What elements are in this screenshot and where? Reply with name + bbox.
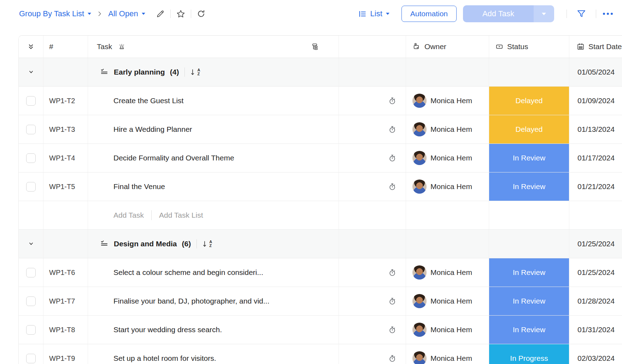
owner-avatar[interactable] bbox=[412, 122, 427, 136]
task-id[interactable]: WP1-T9 bbox=[43, 344, 88, 364]
task-list-icon[interactable] bbox=[100, 67, 109, 77]
task-id[interactable]: WP1-T6 bbox=[43, 258, 88, 287]
status-badge[interactable]: In Review bbox=[489, 316, 569, 344]
start-date: 01/09/2024 bbox=[569, 87, 622, 115]
owner-avatar[interactable] bbox=[412, 294, 427, 308]
owner-name[interactable]: Monica Hem bbox=[430, 96, 472, 105]
group-title[interactable]: Design and Media bbox=[114, 240, 177, 248]
owner-name[interactable]: Monica Hem bbox=[430, 182, 472, 191]
add-task-split-button: Add Task bbox=[463, 5, 554, 22]
task-checkbox[interactable] bbox=[26, 354, 36, 363]
task-id[interactable]: WP1-T7 bbox=[43, 287, 88, 315]
task-id[interactable]: WP1-T2 bbox=[43, 87, 88, 115]
task-list-icon[interactable] bbox=[100, 239, 109, 248]
owner-avatar[interactable] bbox=[412, 94, 427, 108]
task-checkbox[interactable] bbox=[26, 182, 36, 192]
task-checkbox[interactable] bbox=[26, 325, 36, 335]
log-timer-icon[interactable] bbox=[388, 182, 397, 191]
divider bbox=[196, 239, 197, 248]
group-collapse-cell[interactable] bbox=[19, 58, 43, 86]
reminder-alarm-icon[interactable] bbox=[118, 43, 126, 51]
owner-avatar[interactable] bbox=[412, 323, 427, 337]
log-timer-icon[interactable] bbox=[388, 96, 397, 105]
owner-name[interactable]: Monica Hem bbox=[430, 125, 472, 134]
status-badge[interactable]: Delayed bbox=[489, 87, 569, 115]
status-badge[interactable]: Delayed bbox=[489, 115, 569, 143]
owner-name[interactable]: Monica Hem bbox=[430, 354, 472, 363]
sort-az-icon[interactable]: AZ bbox=[190, 68, 200, 76]
task-id[interactable]: WP1-T5 bbox=[43, 172, 88, 201]
start-date: 01/31/2024 bbox=[569, 316, 622, 344]
column-header-start-date[interactable]: Start Date bbox=[569, 36, 622, 58]
task-title[interactable]: Create the Guest List bbox=[113, 96, 183, 105]
favorite-star-icon[interactable] bbox=[176, 9, 186, 19]
task-header-label: Task bbox=[97, 42, 112, 51]
task-title[interactable]: Start your wedding dress search. bbox=[113, 325, 222, 334]
chevron-down-icon bbox=[27, 68, 35, 76]
owner-avatar[interactable] bbox=[412, 351, 427, 364]
add-task-row: Add Task Add Task List bbox=[19, 201, 622, 230]
view-mode-dropdown[interactable]: List bbox=[358, 9, 389, 18]
status-badge[interactable]: In Review bbox=[489, 258, 569, 287]
log-timer-icon[interactable] bbox=[388, 153, 397, 163]
owner-name[interactable]: Monica Hem bbox=[430, 297, 472, 305]
more-options-icon[interactable] bbox=[603, 13, 613, 15]
group-by-dropdown[interactable]: Group By Task List bbox=[19, 9, 91, 18]
status-badge[interactable]: In Review bbox=[489, 172, 569, 201]
log-timer-icon[interactable] bbox=[388, 297, 397, 306]
owner-icon bbox=[412, 42, 421, 51]
collapse-all-cell[interactable] bbox=[19, 36, 43, 58]
task-checkbox[interactable] bbox=[26, 96, 36, 106]
add-task-list-link[interactable]: Add Task List bbox=[159, 211, 203, 219]
task-id[interactable]: WP1-T8 bbox=[43, 316, 88, 344]
owner-name[interactable]: Monica Hem bbox=[430, 154, 472, 162]
divider bbox=[151, 210, 152, 220]
task-title[interactable]: Decide Formality and Overall Theme bbox=[113, 154, 234, 162]
log-timer-icon[interactable] bbox=[388, 354, 397, 363]
log-timer-icon[interactable] bbox=[388, 125, 397, 134]
column-header-status[interactable]: Status bbox=[489, 36, 569, 58]
task-id[interactable]: WP1-T4 bbox=[43, 144, 88, 172]
task-title[interactable]: Select a colour scheme and begin conside… bbox=[113, 268, 263, 277]
task-title[interactable]: Final the Venue bbox=[113, 182, 165, 191]
task-row: WP1-T2 Create the Guest List Monica Hem … bbox=[19, 87, 622, 115]
column-header-owner[interactable]: Owner bbox=[406, 36, 489, 58]
owner-avatar[interactable] bbox=[412, 265, 427, 280]
owner-name[interactable]: Monica Hem bbox=[430, 268, 472, 277]
start-date: 01/25/2024 bbox=[569, 258, 622, 287]
column-header-task[interactable]: Task bbox=[88, 36, 339, 58]
task-id[interactable]: WP1-T3 bbox=[43, 115, 88, 143]
group-collapse-cell[interactable] bbox=[19, 230, 43, 258]
add-task-link[interactable]: Add Task bbox=[113, 211, 144, 219]
filter-icon[interactable] bbox=[576, 9, 586, 19]
view-filter-dropdown[interactable]: All Open bbox=[108, 9, 145, 18]
sort-az-icon[interactable]: AZ bbox=[203, 240, 212, 248]
task-title[interactable]: Set up a hotel room for visitors. bbox=[113, 354, 216, 363]
task-checkbox[interactable] bbox=[26, 125, 36, 134]
log-timer-icon[interactable] bbox=[388, 268, 397, 277]
task-title[interactable]: Hire a Wedding Planner bbox=[113, 125, 192, 134]
add-task-dropdown[interactable] bbox=[534, 5, 554, 22]
status-badge[interactable]: In Review bbox=[489, 144, 569, 172]
log-timer-icon[interactable] bbox=[388, 325, 397, 334]
status-badge[interactable]: In Progress bbox=[489, 344, 569, 364]
edit-icon[interactable] bbox=[156, 9, 165, 18]
status-icon bbox=[495, 42, 504, 51]
status-badge[interactable]: In Review bbox=[489, 287, 569, 315]
add-task-button[interactable]: Add Task bbox=[463, 5, 534, 22]
group-title[interactable]: Early planning bbox=[114, 68, 165, 76]
owner-name[interactable]: Monica Hem bbox=[430, 325, 472, 334]
start-date: 01/21/2024 bbox=[569, 172, 622, 201]
subtask-hierarchy-icon[interactable] bbox=[310, 42, 319, 51]
owner-avatar[interactable] bbox=[412, 151, 427, 165]
chevron-down-icon bbox=[386, 13, 389, 15]
task-checkbox[interactable] bbox=[26, 153, 36, 163]
task-checkbox[interactable] bbox=[26, 268, 36, 277]
automation-button[interactable]: Automation bbox=[401, 6, 457, 22]
task-row: WP1-T8 Start your wedding dress search. … bbox=[19, 316, 622, 344]
task-title[interactable]: Finalise your band, DJ, photographer, an… bbox=[113, 297, 269, 305]
owner-avatar[interactable] bbox=[412, 180, 427, 194]
refresh-icon[interactable] bbox=[196, 9, 206, 18]
task-checkbox[interactable] bbox=[26, 297, 36, 306]
column-header-id[interactable]: # bbox=[43, 36, 88, 58]
